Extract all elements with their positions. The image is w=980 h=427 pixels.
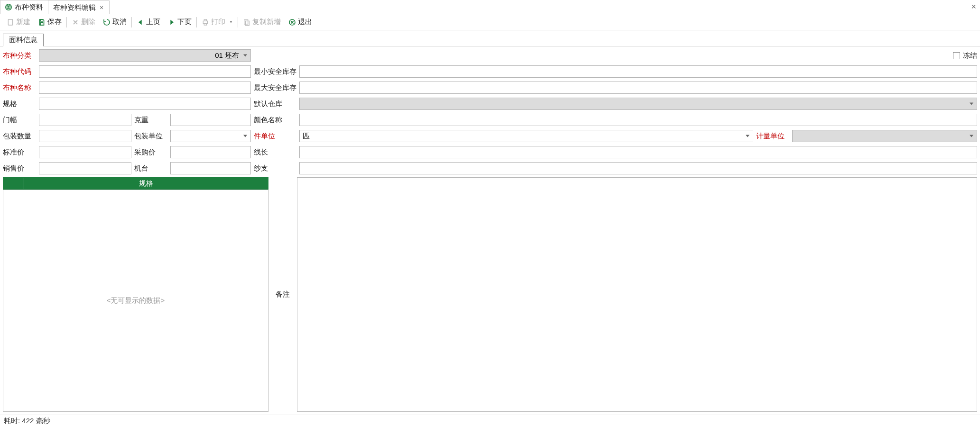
- piece-unit-select[interactable]: [299, 130, 753, 142]
- close-icon[interactable]: ×: [99, 4, 104, 11]
- frozen-checkbox-wrap: 冻结: [792, 51, 977, 60]
- exit-button[interactable]: 退出: [285, 14, 316, 30]
- tab-bar: 布种资料 布种资料编辑 × ×: [0, 0, 980, 14]
- tab-fabric-edit[interactable]: 布种资料编辑 ×: [48, 0, 110, 14]
- label-pack-unit: 包装单位: [134, 132, 167, 141]
- svg-rect-3: [40, 22, 43, 25]
- save-button[interactable]: 保存: [34, 14, 65, 30]
- default-wh-select[interactable]: [299, 98, 977, 110]
- label-remarks: 备注: [273, 177, 292, 412]
- new-button[interactable]: 新建: [3, 14, 34, 30]
- machine-input[interactable]: [170, 162, 251, 174]
- tab-fabric-info[interactable]: 面料信息: [3, 34, 44, 46]
- label-code: 布种代码: [3, 67, 36, 76]
- globe-icon: [5, 4, 12, 10]
- measure-unit-select[interactable]: [792, 130, 977, 142]
- max-stock-input[interactable]: [299, 82, 977, 94]
- sale-price-input[interactable]: [39, 162, 131, 174]
- separator: [238, 17, 238, 27]
- tab-fabric-list[interactable]: 布种资料: [0, 0, 48, 14]
- spec-grid-body[interactable]: <无可显示的数据>: [3, 190, 268, 412]
- label-min-stock: 最小安全库存: [254, 67, 296, 76]
- label-name: 布种名称: [3, 83, 36, 92]
- pack-qty-input[interactable]: [39, 130, 131, 142]
- status-bar: 耗时: 422 毫秒: [0, 415, 980, 427]
- svg-rect-7: [244, 19, 248, 24]
- spec-grid-title: 规格: [24, 178, 268, 189]
- code-input[interactable]: [39, 65, 251, 78]
- label-machine: 机台: [134, 164, 167, 173]
- label-sale-price: 销售价: [3, 164, 36, 173]
- copy-new-button[interactable]: 复制新增: [239, 14, 285, 30]
- spec-grid-empty: <无可显示的数据>: [107, 296, 165, 305]
- svg-rect-5: [204, 19, 206, 21]
- tab-label: 布种资料: [15, 3, 43, 12]
- width-input[interactable]: [39, 114, 131, 126]
- separator: [196, 17, 197, 27]
- separator: [131, 17, 132, 27]
- tab-label: 布种资料编辑: [53, 3, 96, 12]
- label-weight: 克重: [134, 116, 167, 125]
- yarn-input[interactable]: [299, 162, 977, 174]
- category-select[interactable]: [39, 49, 251, 62]
- delete-button[interactable]: 删除: [68, 14, 99, 30]
- prev-button[interactable]: 上页: [133, 14, 164, 30]
- line-len-input[interactable]: [299, 146, 977, 158]
- std-price-input[interactable]: [39, 146, 131, 158]
- color-input[interactable]: [299, 114, 977, 126]
- label-frozen: 冻结: [963, 51, 977, 60]
- subtab-bar: 面料信息: [0, 30, 980, 46]
- frozen-checkbox[interactable]: [953, 52, 960, 59]
- min-stock-input[interactable]: [299, 65, 977, 78]
- pack-unit-select[interactable]: [170, 130, 251, 142]
- label-piece-unit: 件单位: [254, 132, 296, 141]
- name-input[interactable]: [39, 82, 251, 94]
- label-max-stock: 最大安全库存: [254, 83, 296, 92]
- next-button[interactable]: 下页: [164, 14, 195, 30]
- svg-rect-8: [245, 21, 249, 25]
- remarks-textarea[interactable]: [297, 177, 977, 412]
- label-spec: 规格: [3, 100, 36, 109]
- separator: [66, 17, 67, 27]
- print-button[interactable]: 打印: [198, 14, 237, 30]
- spec-grid: 规格 <无可显示的数据>: [3, 177, 268, 412]
- purchase-price-input[interactable]: [170, 146, 251, 158]
- label-line-len: 线长: [254, 148, 296, 157]
- label-default-wh: 默认仓库: [254, 100, 296, 109]
- close-all-icon[interactable]: ×: [971, 2, 976, 12]
- form: 布种分类 冻结 布种代码 最小安全库存 布种名称 最大安全库存 规格 默认仓库 …: [0, 46, 980, 177]
- spec-grid-header: 规格: [3, 177, 268, 190]
- label-color: 颜色名称: [254, 116, 296, 125]
- label-measure-unit: 计量单位: [756, 132, 789, 141]
- label-std-price: 标准价: [3, 148, 36, 157]
- weight-input[interactable]: [170, 114, 251, 126]
- label-width: 门幅: [3, 116, 36, 125]
- svg-rect-4: [203, 21, 207, 23]
- svg-rect-1: [8, 19, 12, 25]
- cancel-button[interactable]: 取消: [99, 14, 130, 30]
- svg-rect-6: [204, 23, 206, 25]
- svg-rect-2: [40, 19, 43, 21]
- label-category: 布种分类: [3, 51, 36, 60]
- label-yarn: 纱支: [254, 164, 296, 173]
- spec-grid-corner: [3, 178, 24, 189]
- label-pack-qty: 包装数量: [3, 132, 36, 141]
- label-purchase-price: 采购价: [134, 148, 167, 157]
- spec-input[interactable]: [39, 98, 251, 110]
- toolbar: 新建 保存 删除 取消 上页 下页 打印 复制新增 退出: [0, 14, 980, 30]
- lower-area: 规格 <无可显示的数据> 备注: [0, 177, 980, 415]
